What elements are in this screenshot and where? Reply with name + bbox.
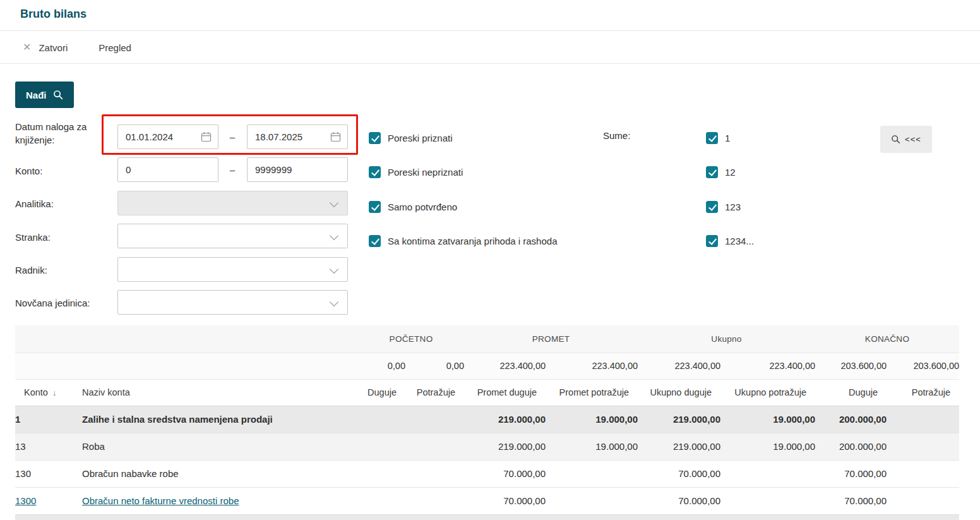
total-ukupno-duguje: 223.400,00: [638, 353, 720, 379]
cell-konacno-duguje: 200.000,00: [815, 433, 887, 460]
table-totals-row: 0,00 0,00 223.400,00 223.400,00 223.400,…: [15, 353, 959, 379]
column-header-konto[interactable]: Konto↓: [15, 379, 82, 406]
total-konacno-duguje: 203.600,00: [815, 353, 887, 379]
table-column-header-row: Konto↓ Naziv konta Duguje Potražuje Prom…: [15, 379, 959, 406]
row-konto: 1300: [15, 487, 82, 514]
table-row: 1300 Obračun neto fakturne vrednosti rob…: [15, 487, 959, 514]
cell-konacno-duguje: 70.000,00: [815, 487, 887, 514]
naziv-konta-link[interactable]: Obračun neto fakturne vrednosti robe: [82, 495, 239, 506]
row-naziv: Roba: [82, 433, 358, 460]
collapse-search-panel-button[interactable]: <<<: [880, 126, 932, 153]
column-header-konto-label: Konto: [24, 387, 48, 397]
cell-konacno-potrazuje: [887, 433, 959, 460]
total-promet-duguje: 223.400,00: [464, 353, 546, 379]
cell-konacno-potrazuje: [887, 460, 959, 487]
checkbox-sume-1[interactable]: 1: [706, 131, 730, 145]
checkbox-icon: [369, 166, 381, 178]
page-title: Bruto bilans: [20, 8, 87, 21]
checkbox-sume-1234[interactable]: 1234...: [706, 234, 754, 248]
group-promet: PROMET: [464, 325, 638, 353]
cell-promet-potrazuje: [546, 487, 638, 514]
close-button[interactable]: ✕ Zatvori: [23, 42, 68, 53]
cell-pocetno-duguje: [358, 433, 405, 460]
row-konto: 13: [15, 433, 82, 460]
column-header-konacno-potrazuje[interactable]: Potražuje: [887, 379, 959, 406]
cell-ukupno-potrazuje: 19.000,00: [720, 406, 815, 433]
calendar-icon[interactable]: [330, 131, 341, 142]
checkbox-label: Sa kontima zatvaranja prihoda i rashoda: [388, 236, 558, 246]
checkbox-icon: [369, 201, 381, 213]
konto-from-input[interactable]: [117, 157, 218, 182]
cell-ukupno-duguje: 70.000,00: [638, 460, 720, 487]
column-header-naziv-konta[interactable]: Naziv konta: [82, 379, 358, 406]
cell-promet-potrazuje: 19.000,00: [546, 433, 638, 460]
column-header-potrazuje[interactable]: Potražuje: [405, 379, 464, 406]
cell-promet-potrazuje: 19.000,00: [546, 406, 638, 433]
search-icon: [53, 90, 63, 100]
checkbox-icon: [706, 201, 718, 213]
column-header-duguje[interactable]: Duguje: [358, 379, 405, 406]
table-row: 130 Obračun nabavke robe 70.000,00 70.00…: [15, 460, 959, 487]
column-header-promet-duguje[interactable]: Promet duguje: [464, 379, 546, 406]
cell-pocetno-potrazuje: [405, 433, 464, 460]
cell-ukupno-potrazuje: 19.000,00: [720, 433, 815, 460]
konto-link[interactable]: 1300: [15, 495, 36, 506]
preview-button[interactable]: Pregled: [99, 42, 131, 53]
cell-konacno-potrazuje: [887, 406, 959, 433]
totals-spacer: [15, 353, 358, 379]
column-header-promet-potrazuje[interactable]: Promet potražuje: [546, 379, 638, 406]
cell-ukupno-potrazuje: [720, 487, 815, 514]
checkbox-poreski-priznati[interactable]: Poreski priznati: [369, 131, 453, 145]
cell-promet-duguje: 70.000,00: [464, 460, 546, 487]
cell-pocetno-potrazuje: [405, 460, 464, 487]
cell-pocetno-duguje: [358, 460, 405, 487]
group-spacer: [15, 325, 358, 353]
bruto-bilans-table: POČETNO PROMET Ukupno KONAČNO 0,00 0,00 …: [15, 325, 959, 515]
cell-pocetno-potrazuje: [405, 487, 464, 514]
cell-ukupno-duguje: 219.000,00: [638, 406, 720, 433]
checkbox-label: 1: [725, 133, 730, 143]
checkbox-label: 123: [725, 202, 741, 212]
cell-ukupno-duguje: 70.000,00: [638, 487, 720, 514]
checkbox-label: Poreski nepriznati: [388, 167, 463, 178]
total-promet-potrazuje: 223.400,00: [546, 353, 638, 379]
toolbar: ✕ Zatvori Pregled: [0, 32, 980, 64]
stranka-dropdown[interactable]: [117, 224, 348, 248]
checkbox-sa-kontima-zatvaranja[interactable]: Sa kontima zatvaranja prihoda i rashoda: [369, 234, 558, 248]
search-icon: [891, 135, 900, 144]
close-icon: ✕: [23, 42, 31, 52]
date-range-separator: –: [225, 124, 239, 149]
group-ukupno: Ukupno: [638, 325, 815, 353]
checkbox-label: 12: [725, 167, 736, 178]
row-naziv: Obračun neto fakturne vrednosti robe: [82, 487, 358, 514]
find-button[interactable]: Nađi: [15, 82, 74, 108]
checkbox-label: Samo potvrđeno: [388, 202, 457, 212]
analitika-label: Analitika:: [15, 197, 54, 210]
radnik-dropdown[interactable]: [117, 257, 348, 282]
preview-label: Pregled: [99, 42, 131, 53]
checkbox-samo-potvrdjeno[interactable]: Samo potvrđeno: [369, 200, 457, 214]
checkbox-icon: [369, 235, 381, 247]
table-row: 1 Zalihe i stalna sredstva namenjena pro…: [15, 406, 959, 433]
cell-konacno-potrazuje: [887, 487, 959, 514]
checkbox-sume-123[interactable]: 123: [706, 200, 741, 214]
total-ukupno-potrazuje: 223.400,00: [720, 353, 815, 379]
analitika-dropdown: [117, 191, 348, 215]
calendar-icon[interactable]: [201, 131, 212, 142]
total-konacno-potrazuje: 203.600,00: [887, 353, 959, 379]
konto-to-input[interactable]: [247, 157, 348, 182]
date-range-label: Datum naloga za knjiženje:: [15, 120, 109, 147]
cell-promet-potrazuje: [546, 460, 638, 487]
table-row: 13 Roba 219.000,00 19.000,00 219.000,00 …: [15, 433, 959, 460]
novcana-jedinica-dropdown[interactable]: [117, 290, 348, 315]
cell-pocetno-duguje: [358, 406, 405, 433]
checkbox-poreski-nepriznati[interactable]: Poreski nepriznati: [369, 165, 463, 179]
column-header-konacno-duguje[interactable]: Duguje: [815, 379, 887, 406]
column-header-ukupno-potrazuje[interactable]: Ukupno potražuje: [720, 379, 815, 406]
group-pocetno: POČETNO: [358, 325, 464, 353]
total-pocetno-duguje: 0,00: [358, 353, 405, 379]
column-header-ukupno-duguje[interactable]: Ukupno duguje: [638, 379, 720, 406]
checkbox-label: 1234...: [725, 236, 754, 246]
cell-promet-duguje: 70.000,00: [464, 487, 546, 514]
checkbox-sume-12[interactable]: 12: [706, 165, 736, 179]
